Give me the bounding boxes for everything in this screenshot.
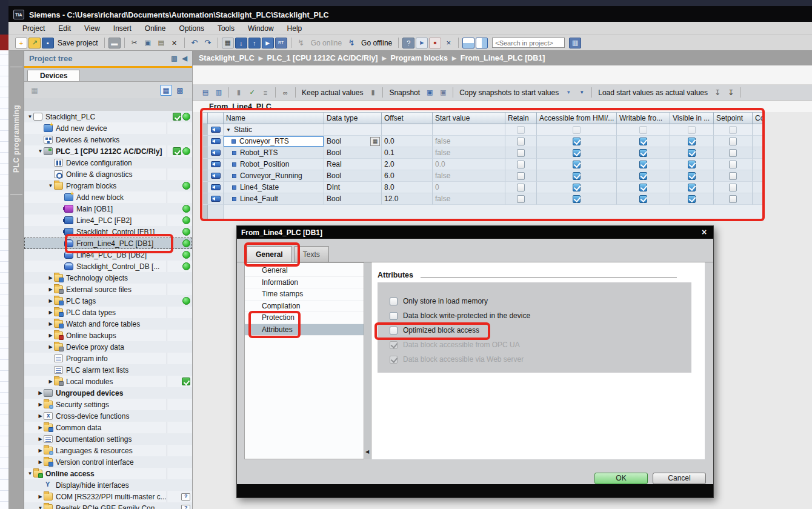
tree-item-line4-plc-fb2[interactable]: Line4_PLC [FB2] <box>24 215 192 226</box>
expand-open-icon[interactable]: ▼ <box>37 148 44 154</box>
menu-item-insert[interactable]: Insert <box>107 24 138 33</box>
save-project-icon[interactable]: ▪ <box>42 38 54 48</box>
cell-start-value[interactable]: 0 <box>433 182 505 193</box>
paste-icon[interactable]: ▤ <box>155 38 167 48</box>
hmi-checkbox[interactable] <box>573 195 581 203</box>
breadcrumb-item-stacklight-plc[interactable]: Stacklight_PLC <box>199 54 255 62</box>
tree-item-com-rs232-ppi-multi-master-c[interactable]: ▶COM [RS232/PPI multi-master c... <box>24 491 192 502</box>
close-icon[interactable]: × <box>699 228 709 238</box>
visible-checkbox[interactable] <box>688 161 696 168</box>
reset-values-icon[interactable]: ▮ <box>233 87 245 98</box>
retain-checkbox[interactable] <box>517 161 525 168</box>
dialog-nav-time-stamps[interactable]: Time stamps <box>245 288 364 301</box>
dialog-nav-compilation[interactable]: Compilation <box>245 301 364 313</box>
expand-closed-icon[interactable]: ▶ <box>47 379 54 384</box>
table-row-conveyor-running[interactable]: Conveyor_RunningBool6.0false <box>203 170 765 182</box>
add-row-icon[interactable]: ▥ <box>213 87 225 98</box>
expand-closed-icon[interactable]: ▶ <box>47 275 54 281</box>
expand-closed-icon[interactable]: ▶ <box>37 413 44 419</box>
tree-item-documentation-settings[interactable]: ▶Documentation settings <box>24 433 192 445</box>
expand-closed-icon[interactable]: ▶ <box>37 425 44 430</box>
tree-item-add-new-device[interactable]: Add new device <box>24 122 192 134</box>
tree-item-watch-and-force-tables[interactable]: ▶Watch and force tables <box>24 318 192 330</box>
expand-closed-icon[interactable]: ▶ <box>37 436 44 442</box>
column-header-writable-fro[interactable]: Writable fro... <box>617 112 670 124</box>
cell-data-type[interactable] <box>324 124 382 136</box>
cell-name[interactable]: Line4_State <box>224 182 324 193</box>
dialog-tab-general[interactable]: General <box>247 246 292 262</box>
split-vertical-icon[interactable] <box>476 38 488 48</box>
tree-item-ungrouped-devices[interactable]: ▶Ungrouped devices <box>24 387 192 399</box>
tree-item-local-modules[interactable]: ▶Local modules <box>24 376 192 387</box>
setpoint-checkbox[interactable] <box>729 138 737 145</box>
retain-checkbox[interactable] <box>517 138 525 145</box>
menu-item-online[interactable]: Online <box>138 24 173 33</box>
tree-item-program-blocks[interactable]: ▼Program blocks <box>24 180 192 191</box>
cell-data-type[interactable]: Real <box>324 159 382 170</box>
search-input[interactable] <box>492 38 565 48</box>
export-module-icon[interactable]: ▩ <box>174 85 186 96</box>
row-grip[interactable] <box>203 182 208 193</box>
copy-to-start-icon[interactable]: ▼ <box>562 87 574 98</box>
print-icon[interactable]: ▬ <box>108 38 121 48</box>
cell-name[interactable]: Robot_Position <box>224 159 324 170</box>
upload-from-device-icon[interactable]: ↑ <box>248 38 261 48</box>
expand-members-icon[interactable]: ≡ <box>259 87 271 98</box>
writable-checkbox[interactable] <box>639 138 647 145</box>
expand-open-icon[interactable]: ▼ <box>47 183 54 188</box>
cell-data-type[interactable]: Bool <box>324 170 382 182</box>
menu-item-project[interactable]: Project <box>16 24 52 33</box>
tree-item-plc-data-types[interactable]: ▶PLC data types <box>24 307 192 318</box>
menu-item-view[interactable]: View <box>78 24 107 33</box>
tree-item-main-ob1[interactable]: Main [OB1] <box>24 203 192 215</box>
cell-start-value[interactable]: false <box>433 147 505 159</box>
tree-item-version-control-interface[interactable]: ▶Version control interface <box>24 456 192 468</box>
cell-name[interactable]: Robot_RTS <box>224 147 324 159</box>
setpoint-checkbox[interactable] <box>729 184 737 191</box>
column-header-offset[interactable]: Offset <box>382 112 433 124</box>
table-row-line4-fault[interactable]: Line4_FaultBool12.0false <box>203 193 765 205</box>
ok-button[interactable]: OK <box>594 473 648 484</box>
writable-checkbox[interactable] <box>639 195 647 203</box>
toolbar-label-go-offline[interactable]: Go offline <box>361 39 392 47</box>
cell-start-value[interactable]: false <box>433 136 505 147</box>
retain-checkbox[interactable] <box>517 149 525 157</box>
tree-item-external-source-files[interactable]: ▶External source files <box>24 284 192 295</box>
tab-devices[interactable]: Devices <box>27 70 80 81</box>
cell-start-value[interactable]: false <box>433 193 505 205</box>
tree-item-from-line4-plc-db1[interactable]: From_Line4_PLC [DB1] <box>24 238 192 249</box>
cell-data-type[interactable]: DInt <box>324 182 382 193</box>
dialog-nav-attributes[interactable]: Attributes <box>245 324 364 336</box>
dialog-nav-protection[interactable]: Protection <box>245 312 364 324</box>
tree-item-languages-resources[interactable]: ▶Languages & resources <box>24 445 192 456</box>
table-row-static[interactable]: ▼Static <box>203 124 765 136</box>
dialog-nav-information[interactable]: Information <box>245 277 364 289</box>
snapshot-apply-icon[interactable]: ▣ <box>437 87 449 98</box>
tree-item-device-configuration[interactable]: Device configuration <box>24 157 192 168</box>
go-offline-plug-icon[interactable]: ↯ <box>345 38 358 48</box>
visible-checkbox[interactable] <box>688 184 696 191</box>
cell-comment[interactable] <box>753 182 765 193</box>
table-row-robot-rts[interactable]: Robot_RTSBool0.1false <box>203 147 765 159</box>
column-header-visible-in[interactable]: Visible in ... <box>670 112 714 124</box>
menu-item-tools[interactable]: Tools <box>211 24 241 33</box>
cell-start-value[interactable]: 0.0 <box>433 159 505 170</box>
table-row-conveyor-rts[interactable]: Conveyor_RTSBool▦0.0false <box>203 136 765 147</box>
setpoint-checkbox[interactable] <box>729 161 737 168</box>
dialog-nav-scrollbar[interactable]: ◀ <box>364 262 371 459</box>
expand-open-icon[interactable]: ▼ <box>27 471 33 476</box>
library-view-icon[interactable]: ▥ <box>569 38 581 48</box>
delete-icon[interactable]: × <box>168 38 181 48</box>
column-header-comment[interactable]: Comment <box>753 112 765 124</box>
expand-closed-icon[interactable]: ▶ <box>47 310 54 315</box>
toolbar-label-snapshot[interactable]: Snapshot <box>389 88 420 97</box>
menu-item-edit[interactable]: Edit <box>52 24 78 33</box>
visible-checkbox[interactable] <box>688 149 696 157</box>
tree-item-plc-alarm-text-lists[interactable]: PLC alarm text lists <box>24 364 192 376</box>
visible-checkbox[interactable] <box>688 126 696 134</box>
expand-closed-icon[interactable]: ▶ <box>37 402 44 407</box>
column-header-retain[interactable]: Retain <box>505 112 537 124</box>
cell-data-type[interactable]: Bool▦ <box>324 136 382 147</box>
keep-values-icon[interactable]: ▮ <box>367 87 379 98</box>
attribute-checkbox-data-block-write-protected-in-the-device[interactable] <box>390 312 398 320</box>
